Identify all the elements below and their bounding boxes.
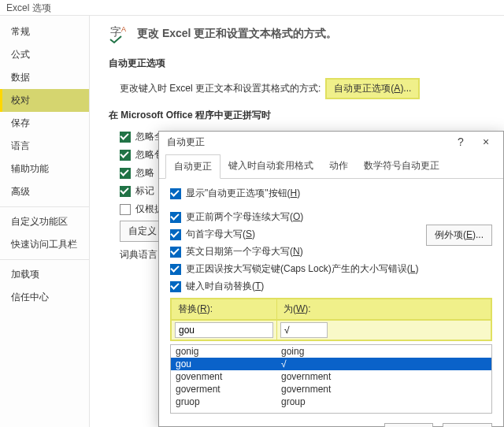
delete-button[interactable]: 删除(D) [443,423,492,427]
autocorrect-options-button[interactable]: 自动更正选项(A)... [325,78,420,99]
sidebar-item-data[interactable]: 数据 [0,66,89,89]
tab-actions[interactable]: 动作 [321,154,356,179]
sidebar-item-language[interactable]: 语言 [0,135,89,158]
autocorrect-options-section: 自动更正选项 更改键入时 Excel 更正文本和设置其格式的方式: 自动更正选项… [109,57,491,99]
check-label: 英文日期第一个字母大写(N) [186,245,303,258]
sidebar: 常规 公式 数据 校对 保存 语言 辅助功能 高级 自定义功能区 快速访问工具栏… [0,16,90,427]
check-label: 键入时自动替换(T) [186,280,264,293]
list-item[interactable]: govenmentgovernment [171,370,491,383]
autocorrect-desc: 更改键入时 Excel 更正文本和设置其格式的方式: [120,82,321,95]
sidebar-divider [0,206,89,207]
checkbox[interactable] [120,204,131,215]
sidebar-item-save[interactable]: 保存 [0,112,89,135]
replace-header: 替换(R): 为(W): [170,298,492,321]
tab-autocorrect[interactable]: 自动更正 [165,154,220,179]
close-button[interactable]: × [473,132,498,152]
sidebar-item-qat[interactable]: 快速访问工具栏 [0,233,89,256]
page-title: 更改 Excel 更正和设置文本格式的方式。 [137,27,337,41]
checkbox[interactable] [170,229,181,240]
sidebar-item-general[interactable]: 常规 [0,20,89,43]
check-label: 显示"自动更正选项"按钮(H) [186,187,300,200]
list-item[interactable]: govermentgovernment [171,383,491,395]
checkbox[interactable] [170,247,181,258]
help-button[interactable]: ? [448,132,473,152]
tab-math-autocorrect[interactable]: 数学符号自动更正 [356,154,447,179]
options-window: Excel 选项 常规 公式 数据 校对 保存 语言 辅助功能 高级 自定义功能… [0,0,504,427]
proofing-icon: 字A [109,24,129,44]
dialog-titlebar: 自动更正 ? × [159,132,503,152]
check-label: 更正因误按大写锁定键(Caps Lock)产生的大小写错误(L) [186,262,418,276]
dialog-body: 显示"自动更正选项"按钮(H) 更正前两个字母连续大写(O) 句首字母大写(S)… [159,179,503,418]
svg-text:字: 字 [110,25,121,38]
autocorrect-dialog: 自动更正 ? × 自动更正 键入时自动套用格式 动作 数学符号自动更正 显示"自… [158,131,504,427]
sidebar-item-accessibility[interactable]: 辅助功能 [0,158,89,180]
dialog-title: 自动更正 [167,136,448,149]
sidebar-item-formulas[interactable]: 公式 [0,43,89,66]
replace-input[interactable] [175,322,273,338]
list-item[interactable]: goniggoing [171,345,491,358]
window-title: Excel 选项 [0,0,504,16]
section-title: 自动更正选项 [109,57,491,70]
tab-autoformat[interactable]: 键入时自动套用格式 [220,154,321,179]
check-label: 句首字母大写(S) [186,228,255,241]
list-item[interactable]: gruopgroup [171,395,491,408]
sidebar-item-customize-ribbon[interactable]: 自定义功能区 [0,210,89,233]
checkbox[interactable] [170,281,181,292]
check-label: 更正前两个字母连续大写(O) [186,210,303,224]
check-label: 忽略 [135,166,154,180]
sidebar-item-trust[interactable]: 信任中心 [0,286,89,309]
list-item[interactable]: gou√ [171,358,491,370]
replace-box: 替换(R): 为(W): goniggoing gou√ govenmentgo… [170,298,492,414]
replace-label: 替换(R): [172,299,277,319]
sidebar-item-proofing[interactable]: 校对 [0,89,89,112]
section-title: 在 Microsoft Office 程序中更正拼写时 [109,109,491,122]
checkbox[interactable] [120,150,131,161]
page-header: 字A 更改 Excel 更正和设置文本格式的方式。 [109,24,491,44]
with-input[interactable] [280,322,328,338]
checkbox[interactable] [120,168,131,179]
with-label: 为(W): [277,299,317,319]
replace-list[interactable]: goniggoing gou√ govenmentgovernment gove… [170,344,492,414]
sidebar-item-advanced[interactable]: 高级 [0,180,89,203]
dialog-footer: 替换(A) 删除(D) [159,418,503,427]
check-label: 标记 [135,184,154,198]
replace-button[interactable]: 替换(A) [384,423,433,427]
replace-inputs [170,321,492,341]
dialog-tabs: 自动更正 键入时自动套用格式 动作 数学符号自动更正 [159,154,503,179]
checkbox[interactable] [170,212,181,223]
checkbox[interactable] [120,186,131,197]
sidebar-item-addins[interactable]: 加载项 [0,263,89,286]
autocorrect-row: 更改键入时 Excel 更正文本和设置其格式的方式: 自动更正选项(A)... [120,78,491,99]
checkbox[interactable] [120,132,131,143]
dict-language-label: 词典语言 [120,248,158,262]
checkbox[interactable] [170,188,181,199]
checkbox[interactable] [170,264,181,275]
svg-text:A: A [121,25,126,33]
exceptions-button[interactable]: 例外项(E)... [426,225,492,246]
sidebar-divider [0,259,89,260]
